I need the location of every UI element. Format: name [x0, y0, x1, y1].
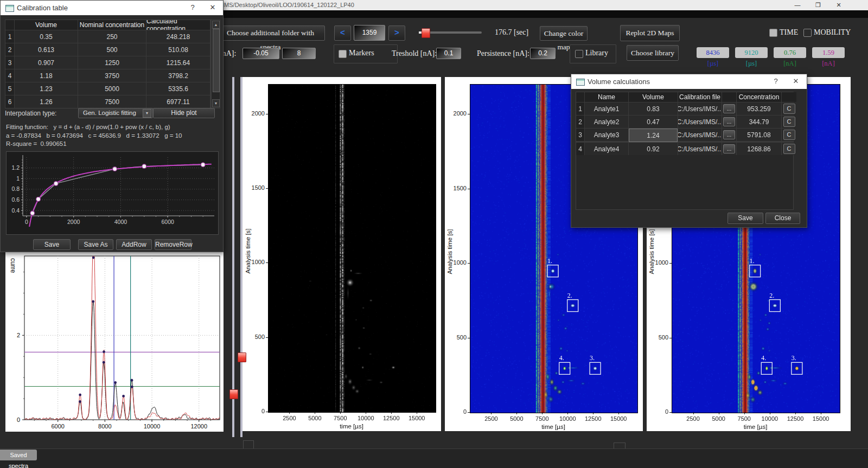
column-header: Calibration file — [678, 92, 722, 102]
markers-checkbox[interactable] — [339, 50, 347, 58]
table-cell[interactable]: 5000 — [78, 82, 146, 95]
calibration-file-cell[interactable]: C:/Users/IMS/... — [678, 116, 722, 128]
volume-cell[interactable]: 1.24 — [629, 129, 678, 142]
heatmap-panel-gray[interactable]: 2500500075001000012500150000500100015002… — [242, 77, 441, 431]
time-slider-handle[interactable] — [422, 28, 430, 38]
browse-button[interactable]: ... — [723, 117, 735, 126]
calibration-table[interactable]: VolumeNominal concentrationCalculated co… — [5, 20, 211, 108]
calibration-file-cell[interactable]: C:/Users/IMS/... — [678, 102, 722, 115]
save-as-button[interactable]: Save As — [78, 239, 113, 250]
table-cell[interactable]: 1250 — [78, 56, 146, 69]
current-min-input[interactable]: -0.05 — [242, 48, 279, 59]
table-cell[interactable]: 1215.64 — [146, 56, 210, 69]
interpolation-type-value: Gen. Logistic fitting — [83, 110, 136, 116]
table-cell[interactable]: 248.218 — [146, 30, 210, 43]
mobility-checkbox[interactable] — [803, 29, 812, 37]
time-checkbox[interactable] — [769, 29, 777, 37]
table-cell[interactable]: 3750 — [78, 69, 146, 82]
browse-button[interactable]: ... — [723, 104, 735, 113]
concentration-cell[interactable]: 344.79 — [737, 116, 781, 128]
table-cell[interactable]: 7500 — [78, 95, 146, 108]
scroll-down-icon[interactable]: ▼ — [212, 99, 220, 107]
table-cell[interactable]: 250 — [78, 30, 146, 43]
close-icon[interactable]: ✕ — [831, 0, 847, 10]
prev-spectrum-button[interactable]: < — [334, 25, 351, 41]
chevron-down-icon: ▼ — [143, 109, 151, 118]
help-icon[interactable]: ? — [770, 77, 782, 85]
volume-table[interactable]: NameVolumeCalibration fileConcentration1… — [576, 92, 794, 155]
save-button[interactable]: Save — [727, 213, 763, 224]
replot-2d-maps-button[interactable]: Replot 2D Maps — [620, 25, 680, 41]
table-cell[interactable]: 1.18 — [15, 69, 78, 82]
table-cell[interactable]: 0.613 — [15, 43, 78, 56]
vertical-slider-handle-2[interactable] — [238, 352, 246, 362]
calibration-table-scrollbar[interactable]: ▲ ▼ — [211, 20, 220, 108]
vertical-slider-track-2[interactable] — [240, 77, 242, 437]
table-cell[interactable]: 5335.6 — [146, 82, 210, 95]
next-spectrum-button[interactable]: > — [388, 25, 405, 41]
spectrum-chart-panel[interactable]: 60008000100001200002time [µs]curre — [5, 232, 224, 432]
vertical-slider-handle-1[interactable] — [229, 389, 238, 399]
close-icon[interactable]: ✕ — [207, 3, 219, 11]
x-tick-mark — [719, 412, 719, 414]
change-colormap-button[interactable]: Change color map — [540, 26, 588, 41]
calculate-button[interactable]: C — [783, 144, 795, 154]
calibration-dialog[interactable]: Calibration table ? ✕ VolumeNominal conc… — [0, 0, 224, 252]
table-cell[interactable]: 0.907 — [15, 56, 78, 69]
volume-dialog[interactable]: Volume calculations ? ✕ NameVolumeCalibr… — [571, 74, 807, 228]
minimize-icon[interactable]: — — [789, 0, 806, 10]
calculate-button[interactable]: C — [783, 117, 795, 127]
concentration-cell[interactable]: 1268.86 — [737, 143, 781, 155]
table-cell[interactable]: 3798.2 — [146, 69, 210, 82]
treshold-input[interactable]: 0.1 — [436, 48, 461, 59]
volume-cell[interactable]: 0.92 — [629, 143, 678, 155]
table-cell[interactable]: 510.08 — [146, 43, 210, 56]
volume-dialog-titlebar[interactable]: Volume calculations ? ✕ — [571, 74, 807, 89]
analyte-name-cell[interactable]: Analyte4 — [585, 143, 628, 155]
interpolation-type-dropdown[interactable]: Gen. Logistic fitting ▼ — [78, 108, 153, 118]
scrollbar-thumb[interactable] — [213, 29, 220, 92]
table-cell[interactable]: 500 — [78, 43, 146, 56]
save-button[interactable]: Save — [33, 239, 71, 250]
choose-library-button[interactable]: Choose library — [627, 45, 679, 61]
spectrum-index-input[interactable]: 1359 — [354, 25, 385, 41]
y-tick-label: 0 — [245, 408, 265, 414]
y-tick-mark — [266, 114, 268, 114]
y-tick-label: 1500 — [245, 184, 265, 191]
table-cell[interactable]: 0.35 — [15, 30, 78, 43]
table-cell[interactable]: 1.23 — [15, 82, 78, 95]
concentration-cell[interactable]: 5791.08 — [737, 129, 781, 141]
maximize-icon[interactable]: ❐ — [810, 0, 826, 10]
library-checkbox[interactable] — [575, 50, 583, 58]
calculate-button[interactable]: C — [783, 104, 795, 114]
close-icon[interactable]: ✕ — [790, 77, 802, 85]
removerow-button[interactable]: RemoveRow — [155, 239, 192, 250]
persistence-input[interactable]: 0.2 — [530, 48, 556, 59]
table-cell[interactable]: 1.26 — [15, 95, 78, 108]
browse-button[interactable]: ... — [723, 144, 735, 153]
vertical-slider-track-1[interactable] — [232, 77, 234, 437]
table-cell[interactable]: 6977.11 — [146, 95, 210, 108]
calibration-dialog-titlebar[interactable]: Calibration table ? ✕ — [1, 1, 223, 15]
volume-cell[interactable]: 0.47 — [629, 116, 678, 128]
hide-plot-button[interactable]: Hide plot — [153, 108, 215, 118]
x-tick-label: 10000 — [554, 415, 580, 422]
volume-cell[interactable]: 0.83 — [629, 102, 678, 115]
concentration-cell[interactable]: 953.259 — [737, 102, 781, 115]
close-button[interactable]: Close — [765, 213, 800, 224]
calibration-file-cell[interactable]: C:/Users/IMS/... — [678, 129, 722, 141]
treshold-label: Treshold [nA]: — [392, 49, 437, 58]
calculate-button[interactable]: C — [783, 130, 795, 140]
help-icon[interactable]: ? — [187, 3, 199, 11]
heatmap-gray-canvas[interactable] — [268, 84, 436, 413]
analyte-name-cell[interactable]: Analyte1 — [585, 102, 628, 115]
calibration-file-cell[interactable]: C:/Users/IMS/... — [678, 143, 722, 155]
choose-folder-button[interactable]: Choose additional folder with spectra — [216, 25, 325, 41]
analyte-name-cell[interactable]: Analyte2 — [585, 116, 628, 128]
current-max-input[interactable]: 8 — [282, 48, 316, 59]
browse-button[interactable]: ... — [723, 130, 735, 139]
scroll-up-icon[interactable]: ▲ — [212, 21, 220, 29]
current-badge-2: 1.59 [nA] — [812, 47, 845, 58]
addrow-button[interactable]: AddRow — [116, 239, 152, 250]
analyte-name-cell[interactable]: Analyte3 — [585, 129, 628, 141]
